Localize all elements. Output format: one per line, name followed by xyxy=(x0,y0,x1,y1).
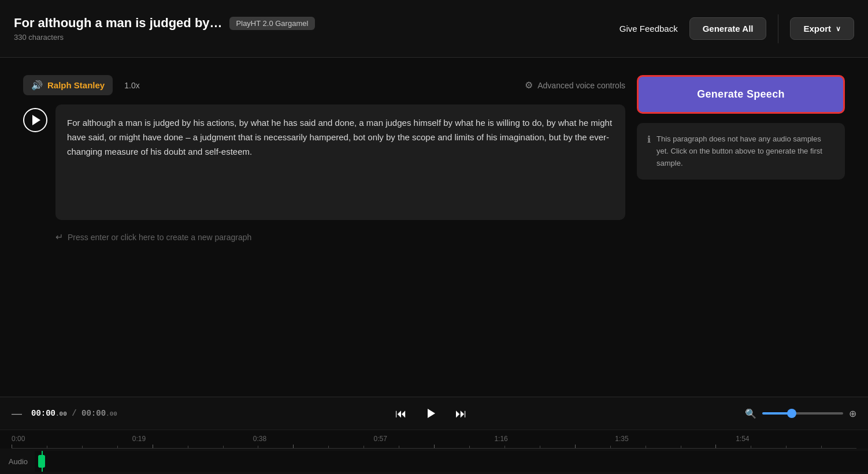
header-title-group: For although a man is judged by… PlayHT … xyxy=(14,16,620,42)
header-actions: Give Feedback Generate All Export ∨ xyxy=(620,14,854,43)
skip-forward-button[interactable]: ⏭ xyxy=(455,407,467,420)
advanced-controls-label: Advanced voice controls xyxy=(537,81,625,90)
text-editor[interactable]: For although a man is judged by his acti… xyxy=(55,104,625,220)
time-separator: / xyxy=(72,409,81,418)
model-badge: PlayHT 2.0 Gargamel xyxy=(229,17,316,30)
time-total: 00:00.00 xyxy=(81,409,117,418)
ruler-label-0: 0:00 xyxy=(12,435,132,443)
tick xyxy=(328,446,363,448)
track-label: Audio xyxy=(0,457,35,466)
header-title-row: For although a man is judged by… PlayHT … xyxy=(14,16,620,31)
chevron-down-icon: ∨ xyxy=(836,25,841,33)
timeline-ruler: 0:00 0:19 0:38 0:57 1:16 1:35 1:54 xyxy=(0,430,868,449)
ruler-label-5: 1:35 xyxy=(615,435,736,443)
tick xyxy=(153,445,188,448)
tick xyxy=(786,446,821,448)
speed-label: 1.0x xyxy=(124,81,139,90)
skip-back-button[interactable]: ⏮ xyxy=(395,407,407,420)
header-divider xyxy=(778,14,778,43)
time-display: 00:00.00 / 00:00.00 xyxy=(31,409,117,418)
tick xyxy=(117,446,153,448)
audio-info-box: ℹ This paragraph does not have any audio… xyxy=(637,123,845,180)
info-icon: ℹ xyxy=(647,134,651,145)
transport-play-button[interactable] xyxy=(421,403,442,424)
voice-controls-bar: 🔊 Ralph Stanley 1.0x ⚙ Advanced voice co… xyxy=(23,75,625,95)
export-label: Export xyxy=(803,24,831,33)
character-count: 330 characters xyxy=(14,33,620,42)
voice-name: Ralph Stanley xyxy=(47,80,105,90)
editor-text: For although a man is judged by his acti… xyxy=(67,116,614,159)
ruler-label-3: 0:57 xyxy=(374,435,495,443)
tick xyxy=(540,446,575,448)
ruler-label-6: 1:54 xyxy=(736,435,856,443)
tick xyxy=(12,445,47,448)
left-panel: 🔊 Ralph Stanley 1.0x ⚙ Advanced voice co… xyxy=(23,75,625,379)
ruler-ticks xyxy=(12,444,856,449)
skip-back-icon: ⏮ xyxy=(395,407,407,420)
audio-info-text: This paragraph does not have any audio s… xyxy=(656,133,834,169)
generate-speech-button[interactable]: Generate Speech xyxy=(637,75,845,114)
tick xyxy=(47,446,82,448)
tick xyxy=(821,446,856,448)
transport-bar: — 00:00.00 / 00:00.00 ⏮ ⏭ 🔍 ⊕ xyxy=(0,397,868,430)
tick xyxy=(363,446,399,448)
zoom-in-button[interactable]: ⊕ xyxy=(849,408,856,419)
minus-button[interactable]: — xyxy=(12,408,22,420)
generate-all-button[interactable]: Generate All xyxy=(689,17,767,40)
tick xyxy=(293,445,328,448)
zoom-slider[interactable] xyxy=(762,412,843,415)
tick xyxy=(399,446,434,448)
text-editor-wrapper: For although a man is judged by his acti… xyxy=(23,104,625,220)
zoom-controls: 🔍 ⊕ xyxy=(745,408,856,419)
ruler-label-2: 0:38 xyxy=(253,435,374,443)
audio-track: Audio xyxy=(0,449,868,474)
tick xyxy=(751,446,786,448)
voice-icon: 🔊 xyxy=(31,80,43,91)
play-icon xyxy=(32,115,40,125)
tick xyxy=(646,446,681,448)
track-marker xyxy=(38,455,45,468)
tick xyxy=(505,446,540,448)
export-button[interactable]: Export ∨ xyxy=(790,17,854,40)
time-current: 00:00.00 xyxy=(31,409,67,418)
zoom-slider-container xyxy=(762,412,843,415)
sliders-icon: ⚙ xyxy=(525,80,533,91)
header: For although a man is judged by… PlayHT … xyxy=(0,0,868,58)
new-paragraph-hint[interactable]: ↵ Press enter or click here to create a … xyxy=(23,232,625,242)
transport-center: ⏮ ⏭ xyxy=(127,403,736,424)
skip-forward-icon: ⏭ xyxy=(455,407,467,420)
tick xyxy=(434,445,469,448)
give-feedback-button[interactable]: Give Feedback xyxy=(620,24,678,33)
right-panel: Generate Speech ℹ This paragraph does no… xyxy=(637,75,845,379)
tick xyxy=(575,445,610,448)
voice-tab[interactable]: 🔊 Ralph Stanley xyxy=(23,75,113,95)
new-paragraph-label: Press enter or click here to create a ne… xyxy=(68,233,251,242)
play-button[interactable] xyxy=(23,108,47,132)
main-content: 🔊 Ralph Stanley 1.0x ⚙ Advanced voice co… xyxy=(0,58,868,397)
tick xyxy=(469,446,505,448)
ruler-label-4: 1:16 xyxy=(494,435,615,443)
track-timeline[interactable] xyxy=(35,451,868,472)
tick xyxy=(715,445,751,448)
advanced-voice-controls[interactable]: ⚙ Advanced voice controls xyxy=(525,80,625,91)
ruler-label-1: 0:19 xyxy=(132,435,253,443)
page-title: For although a man is judged by… xyxy=(14,16,222,31)
tick xyxy=(681,446,716,448)
tick xyxy=(82,446,117,448)
timeline-section: — 00:00.00 / 00:00.00 ⏮ ⏭ 🔍 ⊕ xyxy=(0,397,868,474)
tick xyxy=(188,446,223,448)
zoom-out-button[interactable]: 🔍 xyxy=(745,408,756,419)
tick xyxy=(610,446,646,448)
ruler-labels: 0:00 0:19 0:38 0:57 1:16 1:35 1:54 xyxy=(0,435,868,443)
tick xyxy=(258,446,293,448)
tick xyxy=(223,446,258,448)
enter-icon: ↵ xyxy=(55,232,63,242)
transport-play-icon xyxy=(428,409,435,418)
